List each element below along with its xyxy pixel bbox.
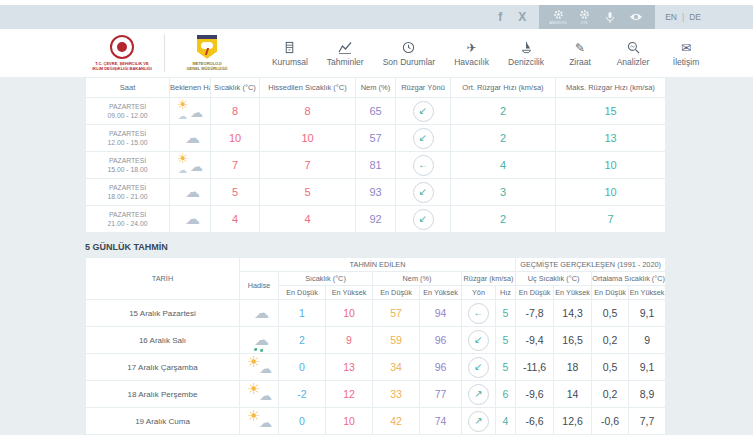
temp-max: 9: [326, 327, 373, 354]
row-time: 15.00 - 18.00: [107, 166, 147, 173]
lang-separator: |: [682, 12, 684, 22]
temp-min: 1: [279, 300, 326, 327]
hum-max: 94: [420, 300, 462, 327]
nav-havacilik-label: Havacılık: [454, 57, 489, 67]
ext-min: -11,6: [516, 354, 554, 381]
cloudy-icon: ☁: [176, 207, 204, 227]
language-switch: EN | DE: [665, 12, 701, 22]
feels-value: 5: [260, 179, 356, 206]
hum-min: 34: [373, 354, 420, 381]
temp-value: 5: [211, 179, 260, 206]
lang-en[interactable]: EN: [665, 12, 677, 22]
wind-avg-value: 3: [451, 179, 556, 206]
ext-min: -9,4: [516, 327, 554, 354]
partly-cloudy-icon: ☀☁☁: [176, 153, 204, 173]
hum-min: 42: [373, 408, 420, 435]
lang-de[interactable]: DE: [689, 12, 701, 22]
avg-max: 9,1: [629, 300, 666, 327]
nav-havacilik[interactable]: ✈ Havacılık: [454, 39, 489, 67]
table-row: PAZARTESİ09.00 - 12.00 ☀☁☁ 8 8 65 ↙ 2 15: [86, 98, 666, 125]
main-content: Saat Beklenen Hadise Sıcaklık (°C) Hisse…: [85, 77, 665, 435]
ios-app-icon[interactable]: IOS: [571, 9, 597, 25]
humidity-value: 65: [356, 98, 396, 125]
wind-direction-icon: ↙: [468, 330, 489, 351]
nav-analizler-label: Analizler: [617, 57, 650, 67]
microphone-icon[interactable]: [597, 11, 623, 24]
envelope-icon: ✉: [681, 39, 691, 54]
wind-avg-value: 4: [451, 152, 556, 179]
wind-speed: 4: [496, 408, 516, 435]
clock-icon: [402, 39, 415, 54]
temp-value: 4: [211, 206, 260, 233]
nav-iletisim-label: İletişim: [673, 57, 699, 67]
hum-min: 33: [373, 381, 420, 408]
logo-divider: [164, 34, 165, 72]
wind-direction-icon: ↙: [413, 182, 434, 203]
temp-min: 0: [279, 354, 326, 381]
mgm-logo[interactable]: METEOROLOJİ GENEL MÜDÜRLÜĞÜ: [175, 35, 239, 71]
logo-area: T.C. ÇEVRE, ŞEHİRCİLİK VE İKLİM DEĞİŞİKL…: [90, 34, 239, 72]
col-hissedilen: Hissedilen Sıcaklık (°C): [260, 78, 356, 98]
accessibility-eye-icon[interactable]: [623, 12, 649, 22]
sunny-cloud-icon: ☀☁: [245, 409, 273, 429]
avg-min: -0,6: [592, 408, 629, 435]
avg-min: 0,5: [592, 300, 629, 327]
col-ort-ruzgar: Ort. Rüzgar Hızı (km/sa): [451, 78, 556, 98]
humidity-value: 92: [356, 206, 396, 233]
humidity-value: 81: [356, 152, 396, 179]
x-twitter-icon[interactable]: X: [511, 10, 533, 24]
col-hadise: Hadise: [240, 272, 279, 300]
nav-ziraat[interactable]: ✎ Ziraat: [563, 39, 597, 67]
temp-max: 10: [326, 408, 373, 435]
boat-icon: [520, 39, 533, 54]
nav-denizcilik[interactable]: Denizcilik: [508, 39, 544, 67]
avg-min: 0,5: [592, 354, 629, 381]
wind-speed: 5: [496, 354, 516, 381]
app-icon-box: ANDROID IOS: [539, 5, 655, 29]
hourly-forecast-table: Saat Beklenen Hadise Sıcaklık (°C) Hisse…: [85, 77, 666, 233]
nav-son-durumlar[interactable]: Son Durumlar: [383, 39, 435, 67]
nav-tahminler-label: Tahminler: [327, 57, 364, 67]
ministry-logo[interactable]: T.C. ÇEVRE, ŞEHİRCİLİK VE İKLİM DEĞİŞİKL…: [90, 35, 154, 71]
ext-min: -7,8: [516, 300, 554, 327]
topbar: f X ANDROID IOS EN | DE: [0, 5, 753, 29]
table-row: 19 Aralık Cuma ☀☁ 0 10 42 74 ↗ 4 -6,6 12…: [86, 408, 666, 435]
nav-iletisim[interactable]: ✉ İletişim: [669, 39, 703, 67]
nav-kurumsal[interactable]: Kurumsal: [272, 39, 308, 67]
table-row: PAZARTESİ18.00 - 21.00 ☁ 5 5 93 ↙ 3 10: [86, 179, 666, 206]
col-ruzgar-yonu: Rüzgar Yönü: [396, 78, 451, 98]
hum-max: 96: [420, 354, 462, 381]
wind-direction-icon: ↙: [413, 101, 434, 122]
col-saat: Saat: [86, 78, 170, 98]
cloudy-icon: ☁: [176, 126, 204, 146]
wind-direction-icon: ←: [468, 303, 489, 324]
col-temp-high: En Yüksek: [326, 286, 373, 300]
nav-analizler[interactable]: Analizler: [616, 39, 650, 67]
wind-direction-icon: ↗: [468, 411, 489, 432]
mgm-name-line2: GENEL MÜDÜRLÜĞÜ: [186, 66, 227, 71]
hum-max: 96: [420, 327, 462, 354]
ministry-emblem-icon: [110, 35, 134, 59]
ext-max: 18: [554, 354, 592, 381]
building-icon: [283, 39, 296, 54]
row-day: PAZARTESİ: [109, 211, 146, 218]
temp-value: 7: [211, 152, 260, 179]
facebook-icon[interactable]: f: [489, 10, 511, 24]
col-ext-low: En Düşük: [516, 286, 554, 300]
group-sicaklik: Sıcaklık (°C): [279, 272, 373, 286]
col-wind-dir: Yön: [462, 286, 496, 300]
wind-direction-icon: ↙: [468, 357, 489, 378]
social-icons: f X ANDROID IOS: [489, 5, 655, 29]
android-app-icon[interactable]: ANDROID: [545, 9, 571, 25]
ext-min: -6,6: [516, 408, 554, 435]
ext-max: 14,3: [554, 300, 592, 327]
col-tarih: TARİH: [86, 258, 240, 300]
hum-min: 59: [373, 327, 420, 354]
hum-max: 77: [420, 381, 462, 408]
ext-max: 12,6: [554, 408, 592, 435]
temp-value: 10: [211, 125, 260, 152]
group-ortalama-sicaklik: Ortalama Sıcaklık (°C): [592, 272, 666, 286]
nav-tahminler[interactable]: Tahminler: [327, 39, 364, 67]
col-ext-high: En Yüksek: [554, 286, 592, 300]
temp-min: 2: [279, 327, 326, 354]
